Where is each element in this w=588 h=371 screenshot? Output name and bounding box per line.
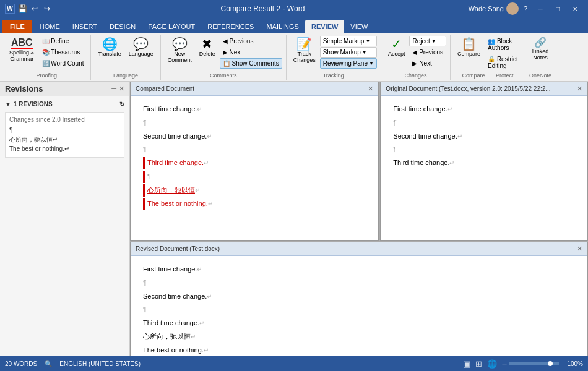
tab-insert[interactable]: INSERT bbox=[66, 20, 103, 33]
reviewing-pane-dropdown[interactable]: Reviewing Pane ▼ bbox=[320, 58, 377, 69]
show-markup-dropdown[interactable]: Show Markup ▼ bbox=[320, 47, 377, 58]
window-title: Compare Result 2 - Word bbox=[57, 4, 469, 13]
tab-references[interactable]: REFERENCES bbox=[201, 20, 260, 33]
word-count-button[interactable]: 🔢 Word Count bbox=[39, 58, 87, 69]
next-change-button[interactable]: ▶ Next bbox=[409, 58, 446, 69]
revised-doc-close[interactable]: ✕ bbox=[577, 245, 582, 253]
compared-line-6: ¶ bbox=[143, 171, 366, 183]
tab-home[interactable]: HOME bbox=[33, 20, 66, 33]
tab-mailings[interactable]: MAILINGS bbox=[260, 20, 305, 33]
delete-button[interactable]: ✖ Delete bbox=[196, 36, 218, 59]
linked-notes-button[interactable]: 🔗 LinkedNotes bbox=[529, 36, 552, 62]
spelling-grammar-button[interactable]: ABC Spelling &Grammar bbox=[6, 36, 38, 64]
revision-line-2: 心所向，驰以恒↵ bbox=[9, 135, 120, 144]
ribbon-group-proofing: ABC Spelling &Grammar 📖 Define 📚 Thesaur… bbox=[2, 35, 91, 80]
window-controls: ─ □ ✕ bbox=[532, 3, 583, 14]
ribbon-group-language: 🌐 Translate 💬 Language Language bbox=[91, 35, 160, 80]
revisions-refresh-icon[interactable]: ↻ bbox=[119, 101, 124, 108]
main-area: Revisions ─ ✕ ▼ 1 REVISIONS ↻ Changes si… bbox=[0, 82, 588, 356]
ribbon-group-compare: 📋 Compare 👥 BlockAuthors 🔒 RestrictEditi… bbox=[451, 35, 525, 80]
original-doc-content: First time change.↵ ¶ Second time change… bbox=[381, 96, 587, 240]
original-document-panel: Original Document (Test.docx, version 2.… bbox=[380, 82, 588, 241]
restrict-editing-button[interactable]: 🔒 RestrictEditing bbox=[485, 54, 521, 71]
compared-line-1: First time change.↵ bbox=[143, 103, 366, 116]
compared-doc-close[interactable]: ✕ bbox=[368, 85, 373, 93]
full-screen-view-button[interactable]: ⊞ bbox=[475, 359, 482, 369]
original-line-2: ¶ bbox=[393, 117, 575, 129]
sidebar-minimize-button[interactable]: ─ bbox=[111, 85, 116, 93]
tracking-label: Tracking bbox=[323, 72, 344, 79]
simple-markup-dropdown[interactable]: Simple Markup ▼ bbox=[320, 36, 377, 46]
revised-line-1: First time change.↵ bbox=[143, 263, 575, 276]
tracking-dropdowns: Simple Markup ▼ Show Markup ▼ Reviewing … bbox=[320, 36, 377, 69]
zoom-slider[interactable] bbox=[509, 362, 559, 365]
redo-icon[interactable]: ↪ bbox=[42, 4, 52, 14]
original-doc-close[interactable]: ✕ bbox=[577, 85, 582, 93]
restore-button[interactable]: □ bbox=[550, 3, 566, 14]
revised-line-6: 心所向，驰以恒↵ bbox=[143, 331, 575, 343]
delete-icon: ✖ bbox=[202, 38, 212, 50]
compared-line-5: Third time change.↵ bbox=[143, 157, 366, 169]
thesaurus-button[interactable]: 📚 Thesaurus bbox=[39, 47, 87, 58]
changes-label: Changes bbox=[404, 72, 426, 79]
reject-dropdown[interactable]: Reject ▼ bbox=[409, 36, 446, 46]
original-line-1: First time change.↵ bbox=[393, 103, 575, 116]
revised-line-7: The best or nothing.↵ bbox=[143, 344, 575, 356]
track-changes-icon: 📝 bbox=[296, 38, 312, 50]
language-icon: 💬 bbox=[133, 38, 149, 50]
revised-doc-title: Revised Document (Test.docx) bbox=[136, 245, 220, 252]
new-comment-button[interactable]: 💬 NewComment bbox=[165, 36, 195, 65]
web-view-button[interactable]: 🌐 bbox=[487, 359, 497, 369]
tab-page-layout[interactable]: PAGE LAYOUT bbox=[142, 20, 201, 33]
save-icon[interactable]: 💾 bbox=[17, 4, 27, 14]
track-changes-button[interactable]: 📝 TrackChanges bbox=[290, 36, 319, 65]
translate-button[interactable]: 🌐 Translate bbox=[95, 36, 124, 59]
zoom-thumb bbox=[548, 361, 553, 366]
revision-line-1: ¶ bbox=[9, 126, 120, 135]
accept-button[interactable]: ✓ Accept bbox=[385, 36, 409, 59]
sidebar-close-button[interactable]: ✕ bbox=[119, 85, 124, 93]
ribbon-group-tracking: 📝 TrackChanges Simple Markup ▼ Show Mark… bbox=[287, 35, 381, 80]
changes-controls: Reject ▼ ◀ Previous ▶ Next bbox=[409, 36, 446, 69]
revised-line-3: Second time change.↵ bbox=[143, 291, 575, 303]
original-line-5: Third time change.↵ bbox=[393, 157, 575, 169]
revision-text: ¶ 心所向，驰以恒↵ The best or nothing.↵ bbox=[9, 126, 120, 153]
help-button[interactable]: ? bbox=[524, 5, 527, 12]
block-authors-button[interactable]: 👥 BlockAuthors bbox=[485, 36, 521, 53]
zoom-out-button[interactable]: ─ bbox=[502, 360, 506, 367]
revisions-header[interactable]: ▼ 1 REVISIONS ↻ bbox=[5, 99, 124, 109]
revisions-count: 1 REVISIONS bbox=[14, 101, 53, 108]
document-panels: Compared Document ✕ First time change.↵ … bbox=[130, 82, 588, 356]
sidebar-title: Revisions bbox=[5, 84, 43, 93]
top-document-row: Compared Document ✕ First time change.↵ … bbox=[130, 82, 588, 241]
define-button[interactable]: 📖 Define bbox=[39, 36, 87, 46]
tab-view[interactable]: VIEW bbox=[344, 20, 374, 33]
compare-label: Compare Protect bbox=[462, 72, 513, 79]
tab-design[interactable]: DESIGN bbox=[103, 20, 142, 33]
zoom-in-button[interactable]: + bbox=[561, 360, 565, 367]
close-button[interactable]: ✕ bbox=[567, 3, 583, 14]
previous-comment-button[interactable]: ◀ Previous bbox=[220, 36, 282, 46]
undo-icon[interactable]: ↩ bbox=[30, 4, 40, 14]
ribbon-tabs: FILE HOME INSERT DESIGN PAGE LAYOUT REFE… bbox=[0, 17, 588, 33]
compared-doc-title: Compared Document bbox=[136, 85, 194, 92]
previous-change-button[interactable]: ◀ Previous bbox=[409, 47, 446, 58]
ribbon-group-comments: 💬 NewComment ✖ Delete ◀ Previous ▶ Next … bbox=[161, 35, 287, 80]
language-button[interactable]: 💬 Language bbox=[126, 36, 157, 59]
minimize-button[interactable]: ─ bbox=[532, 3, 548, 14]
tab-review[interactable]: REVIEW bbox=[305, 20, 344, 33]
show-comments-button[interactable]: 📋 Show Comments bbox=[220, 58, 282, 69]
new-comment-icon: 💬 bbox=[172, 38, 188, 50]
sidebar-controls: ─ ✕ bbox=[111, 85, 124, 93]
original-doc-header: Original Document (Test.docx, version 2.… bbox=[381, 82, 587, 96]
print-layout-view-button[interactable]: ▣ bbox=[463, 359, 470, 369]
compare-icon: 📋 bbox=[461, 38, 477, 50]
next-comment-button[interactable]: ▶ Next bbox=[220, 47, 282, 58]
revised-line-2: ¶ bbox=[143, 277, 575, 289]
revised-document-panel: Revised Document (Test.docx) ✕ First tim… bbox=[130, 242, 588, 356]
revisions-section: ▼ 1 REVISIONS ↻ Changes since 2.0 Insert… bbox=[0, 96, 129, 163]
title-bar-app-icons: W 💾 ↩ ↪ bbox=[5, 4, 52, 14]
compared-document-panel: Compared Document ✕ First time change.↵ … bbox=[130, 82, 379, 241]
tab-file[interactable]: FILE bbox=[2, 20, 32, 33]
compare-button[interactable]: 📋 Compare bbox=[454, 36, 483, 59]
